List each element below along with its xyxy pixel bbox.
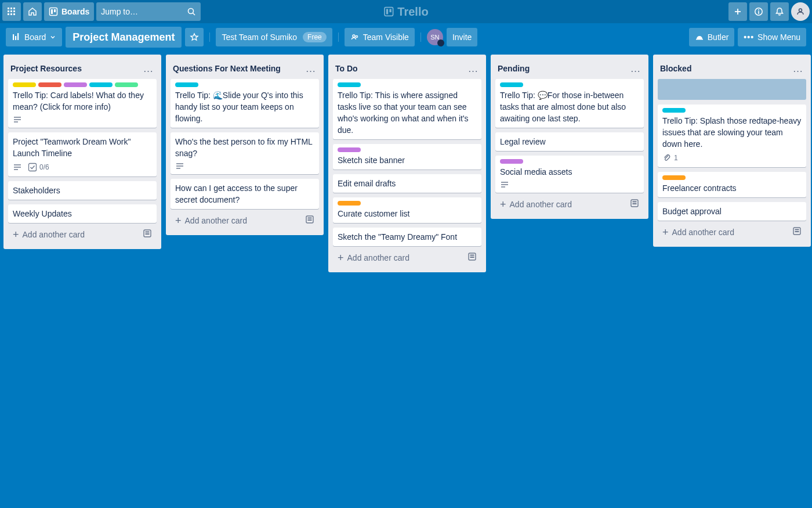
list-title[interactable]: Questions For Next Meeting <box>173 64 303 73</box>
label-sky[interactable] <box>662 108 686 113</box>
list-menu-button[interactable]: … <box>790 60 806 77</box>
add-card-button[interactable]: +Add another card <box>495 194 644 214</box>
list-cards: Trello Tip: 🌊Slide your Q's into this ha… <box>166 79 324 209</box>
add-card-button[interactable]: +Add another card <box>8 224 157 244</box>
card[interactable]: Sketch site banner <box>333 144 481 170</box>
board-canvas[interactable]: Project Resources…Trello Tip: Card label… <box>0 51 812 508</box>
card-template-button[interactable] <box>630 199 639 210</box>
bell-icon <box>775 7 784 16</box>
label-purple[interactable] <box>64 82 87 87</box>
card-title: How can I get access to the super secret… <box>175 182 314 206</box>
list-title[interactable]: Blocked <box>660 64 790 73</box>
account-avatar[interactable] <box>791 2 810 21</box>
label-purple[interactable] <box>338 147 361 152</box>
card[interactable]: Trello Tip: This is where assigned tasks… <box>333 79 481 139</box>
plus-icon: + <box>175 217 182 225</box>
label-sky[interactable] <box>175 82 198 87</box>
info-button[interactable] <box>749 2 768 21</box>
info-icon <box>754 7 763 16</box>
team-button[interactable]: Test Team of Sumiko Free <box>216 28 332 46</box>
search-box[interactable] <box>96 2 201 21</box>
create-button[interactable] <box>728 2 747 21</box>
card[interactable]: How can I get access to the super secret… <box>171 179 319 209</box>
card[interactable]: Edit email drafts <box>333 174 481 193</box>
home-button[interactable] <box>23 2 42 21</box>
list-title[interactable]: Pending <box>498 64 628 73</box>
card[interactable]: Stakeholders <box>8 181 157 200</box>
list-header: To Do… <box>328 55 486 79</box>
card-placeholder[interactable] <box>658 79 806 100</box>
card[interactable]: Social media assets <box>495 156 644 193</box>
brand-logo[interactable]: Trello <box>383 5 428 19</box>
card[interactable]: Project "Teamwork Dream Work" Launch Tim… <box>8 132 157 176</box>
add-card-button[interactable]: +Add another card <box>171 210 319 230</box>
board-icon <box>383 6 394 17</box>
card[interactable]: Weekly Updates <box>8 204 157 223</box>
search-icon <box>187 7 196 16</box>
member-avatar[interactable]: SN <box>427 29 443 45</box>
card[interactable]: Trello Tip: Splash those redtape-heavy i… <box>658 105 806 167</box>
card-template-button[interactable] <box>467 252 477 263</box>
list-cards: Trello Tip: This is where assigned tasks… <box>328 79 486 246</box>
notifications-button[interactable] <box>770 2 789 21</box>
list-menu-button[interactable]: … <box>140 60 157 77</box>
list-menu-button[interactable]: … <box>303 60 319 77</box>
card[interactable]: Curate customer list <box>333 197 481 223</box>
card[interactable]: Trello Tip: Card labels! What do they me… <box>8 79 157 128</box>
description-badge <box>175 161 184 171</box>
card-badges <box>13 115 152 124</box>
list-menu-button[interactable]: … <box>628 60 644 77</box>
add-card-button[interactable]: +Add another card <box>658 222 806 242</box>
invite-button[interactable]: Invite <box>447 28 477 46</box>
list-title[interactable]: To Do <box>335 64 465 73</box>
boards-button[interactable]: Boards <box>44 2 94 21</box>
label-orange[interactable] <box>662 175 686 180</box>
visibility-button[interactable]: Team Visible <box>345 28 415 46</box>
list-title[interactable]: Project Resources <box>10 64 140 73</box>
card-title: Trello Tip: 💬For those in-between tasks … <box>500 89 639 124</box>
card-labels <box>338 82 477 87</box>
card[interactable]: Who's the best person to fix my HTML sna… <box>171 132 319 174</box>
label-sky[interactable] <box>338 82 361 87</box>
plus-icon: + <box>500 200 506 208</box>
people-icon <box>350 33 360 42</box>
card[interactable]: Trello Tip: 💬For those in-between tasks … <box>495 79 644 128</box>
ellipsis-icon: ••• <box>744 33 754 42</box>
board-title[interactable]: Project Management <box>66 27 182 48</box>
card[interactable]: Budget approval <box>658 202 806 221</box>
card[interactable]: Sketch the "Teamy Dreamy" Font <box>333 228 481 246</box>
divider <box>338 33 339 42</box>
card[interactable]: Legal review <box>495 132 644 151</box>
list: Blocked…Trello Tip: Splash those redtape… <box>653 55 811 247</box>
description-badge <box>13 163 22 172</box>
plus-icon <box>733 7 742 16</box>
list: Questions For Next Meeting…Trello Tip: 🌊… <box>166 55 324 235</box>
label-purple[interactable] <box>500 159 523 164</box>
label-orange[interactable] <box>338 201 361 206</box>
butler-button[interactable]: Butler <box>689 28 735 46</box>
label-sky[interactable] <box>500 82 523 87</box>
star-button[interactable] <box>185 28 204 46</box>
card[interactable]: Freelancer contracts <box>658 172 806 197</box>
card-template-button[interactable] <box>305 215 314 226</box>
card-title: Legal review <box>500 136 639 147</box>
list-header: Blocked… <box>653 55 811 79</box>
show-menu-button[interactable]: ••• Show Menu <box>738 28 806 46</box>
card[interactable]: Trello Tip: 🌊Slide your Q's into this ha… <box>171 79 319 128</box>
card-template-button[interactable] <box>792 226 802 237</box>
label-sky[interactable] <box>89 82 113 87</box>
star-icon <box>190 33 199 42</box>
label-red[interactable] <box>38 82 61 87</box>
card-template-button[interactable] <box>143 229 152 240</box>
card-labels <box>175 82 314 87</box>
list-header: Project Resources… <box>3 55 161 79</box>
list-menu-button[interactable]: … <box>465 60 481 77</box>
apps-button[interactable] <box>2 2 21 21</box>
add-card-button[interactable]: +Add another card <box>333 247 481 268</box>
divider <box>420 33 421 42</box>
board-view-switcher[interactable]: Board <box>6 28 62 46</box>
card-title: Weekly Updates <box>13 208 152 219</box>
label-yellow[interactable] <box>13 82 36 87</box>
bars-icon <box>12 33 21 42</box>
label-lime[interactable] <box>115 82 138 87</box>
